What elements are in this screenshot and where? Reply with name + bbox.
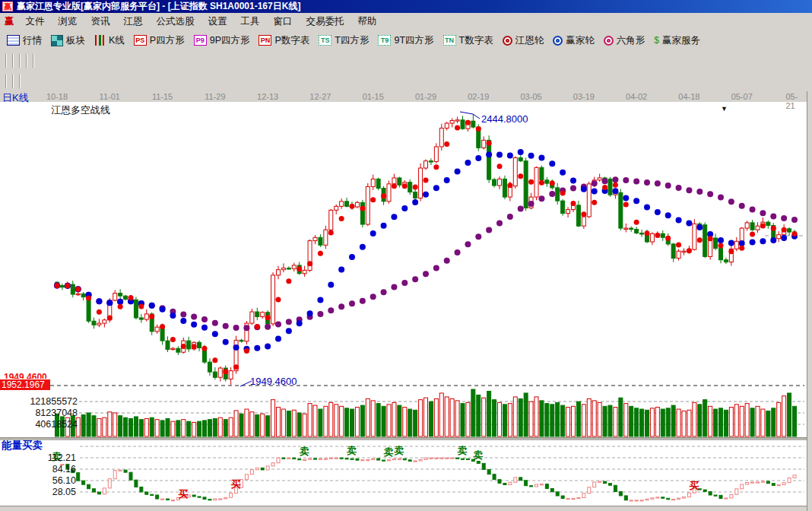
toolbar-separator xyxy=(19,75,21,88)
winner-wheel-button-label: 赢家轮 xyxy=(566,34,595,47)
price-badge: 1952.1967 xyxy=(0,379,50,390)
period-label[interactable]: 日K线 xyxy=(2,91,29,105)
menu-item-7[interactable]: 窗口 xyxy=(267,14,300,30)
date-tick-label: 12-27 xyxy=(309,92,331,101)
kline-button[interactable]: K线 xyxy=(90,33,128,49)
date-tick-label: 05-07 xyxy=(731,92,753,101)
indicator-scale-label: 56.10 xyxy=(0,475,76,486)
p-square-button[interactable]: PSP四方形 xyxy=(130,33,189,49)
menu-item-9[interactable]: 帮助 xyxy=(351,14,384,30)
kline-button-label: K线 xyxy=(109,34,125,47)
date-tick-label: 10-18 xyxy=(46,92,68,101)
winner-wheel-button[interactable]: 赢家轮 xyxy=(549,33,598,49)
volume-scale-label: 81237048 xyxy=(0,408,78,418)
date-tick-label: 04-18 xyxy=(678,92,699,101)
svg-text:卖: 卖 xyxy=(384,446,394,458)
winner-service-button[interactable]: $赢家服务 xyxy=(650,33,704,49)
sectors-button[interactable]: 板块 xyxy=(47,33,89,49)
right-border xyxy=(807,91,812,511)
svg-text:买: 买 xyxy=(689,480,699,491)
svg-text:卖: 卖 xyxy=(347,445,357,456)
winner-wheel-icon xyxy=(553,36,563,46)
date-tick-label: 04-02 xyxy=(626,92,647,101)
t-number-table-button-label: T数字表 xyxy=(459,34,493,47)
toolbar-separator xyxy=(19,54,21,68)
title-bar[interactable]: 赢 赢家江恩专业版[赢家内部服务平台] - [上证指数 SH1A0001-167… xyxy=(0,0,812,13)
svg-text:卖: 卖 xyxy=(473,449,483,461)
hexagon-icon xyxy=(604,36,614,46)
menu-item-0[interactable]: 文件 xyxy=(19,14,52,30)
main-toolbar: 行情板块K线PSP四方形P99P四方形PNP数字表TST四方形T99T四方形TN… xyxy=(0,30,812,51)
date-tick-label: 12-13 xyxy=(257,92,278,101)
menu-item-3[interactable]: 江恩 xyxy=(117,14,150,30)
indicator-scale-label: 28.05 xyxy=(0,487,76,497)
menu-logo-icon: 赢 xyxy=(0,14,19,30)
menu-item-2[interactable]: 资讯 xyxy=(84,14,117,30)
candles-icon xyxy=(94,35,106,46)
ps-box-icon: PS xyxy=(134,35,147,46)
svg-text:卖: 卖 xyxy=(394,445,404,456)
t-square-button[interactable]: TST四方形 xyxy=(315,33,373,49)
volume-scale-label: 40618524 xyxy=(0,419,78,430)
menu-item-8[interactable]: 交易委托 xyxy=(300,14,351,30)
date-tick-label: 11-01 xyxy=(100,92,120,101)
volume-scale-label: 121855572 xyxy=(0,396,78,407)
menu-item-6[interactable]: 工具 xyxy=(234,14,267,30)
tn-box-icon: TN xyxy=(443,35,456,46)
toolbar-separator xyxy=(26,54,27,68)
app-logo-icon: 赢 xyxy=(2,2,13,11)
t9-square-button[interactable]: T99T四方形 xyxy=(374,33,437,49)
menu-bar: 赢 文件浏览资讯江恩公式选股设置工具窗口交易委托帮助 xyxy=(0,13,812,31)
p9-box-icon: P9 xyxy=(194,35,207,46)
hexagon-button[interactable]: 六角形 xyxy=(600,33,649,49)
view-toolbar xyxy=(0,50,812,72)
trough-annotation: 1949.4600 xyxy=(250,376,297,387)
window-title: 赢家江恩专业版[赢家内部服务平台] - [上证指数 SH1A0001-167日K… xyxy=(17,0,300,13)
sectors-button-label: 板块 xyxy=(66,34,85,47)
overlay-indicator-label: 江恩多空战线 xyxy=(51,103,110,117)
t9-box-icon: T9 xyxy=(378,35,391,46)
svg-text:卖: 卖 xyxy=(458,445,468,456)
menu-item-4[interactable]: 公式选股 xyxy=(150,14,201,30)
gann-wheel-button[interactable]: 江恩轮 xyxy=(499,33,548,49)
indicator-scale-label: 84.16 xyxy=(0,464,76,474)
t-number-table-button[interactable]: TNT数字表 xyxy=(439,33,497,49)
toolbar-separator xyxy=(5,54,7,68)
gann-wheel-button-label: 江恩轮 xyxy=(515,34,544,47)
p-square-button-label: P四方形 xyxy=(150,34,185,47)
blocks-icon xyxy=(51,35,63,46)
date-tick-label: 02-19 xyxy=(468,92,489,101)
chart-canvas[interactable]: 卖卖卖卖卖卖卖买买买 xyxy=(0,91,812,511)
dollar-icon: $ xyxy=(654,36,659,46)
date-tick-label: 11-15 xyxy=(152,92,173,101)
draw-toolbar xyxy=(0,71,812,92)
indicator-label[interactable]: 能量买卖 xyxy=(2,439,43,452)
menu-item-1[interactable]: 浏览 xyxy=(52,14,84,30)
gann-wheel-icon xyxy=(503,36,512,46)
quotes-button-label: 行情 xyxy=(23,34,42,47)
t9-square-button-label: 9T四方形 xyxy=(394,34,433,47)
date-tick-label: 05-21 xyxy=(786,92,804,110)
quotes-button[interactable]: 行情 xyxy=(3,33,46,49)
p-number-table-button-label: P数字表 xyxy=(274,34,309,47)
svg-text:买: 买 xyxy=(178,488,188,500)
p-number-table-button[interactable]: PNP数字表 xyxy=(255,33,313,49)
date-tick-label: 11-29 xyxy=(205,92,225,101)
indicator-scale-label: 112.21 xyxy=(0,452,76,463)
date-tick-label: 01-15 xyxy=(363,92,384,101)
date-tick-label: 03-05 xyxy=(520,92,541,101)
app-window: 赢 赢家江恩专业版[赢家内部服务平台] - [上证指数 SH1A0001-167… xyxy=(0,0,812,511)
ts-box-icon: TS xyxy=(319,35,331,46)
pane-separator[interactable] xyxy=(0,437,812,440)
date-tick-label: 01-29 xyxy=(415,92,436,101)
svg-text:卖: 卖 xyxy=(300,446,309,457)
triangle-marker-icon: ▼ xyxy=(721,105,728,113)
p9-square-button[interactable]: P99P四方形 xyxy=(190,33,254,49)
p9-square-button-label: 9P四方形 xyxy=(210,34,250,47)
clipped-price-label: 1949.4600 xyxy=(4,372,47,379)
pn-box-icon: PN xyxy=(259,35,271,46)
bottom-border xyxy=(0,506,812,511)
menu-item-5[interactable]: 设置 xyxy=(201,14,234,30)
grid-table-icon xyxy=(7,35,20,46)
date-tick-label: 03-19 xyxy=(573,92,595,101)
